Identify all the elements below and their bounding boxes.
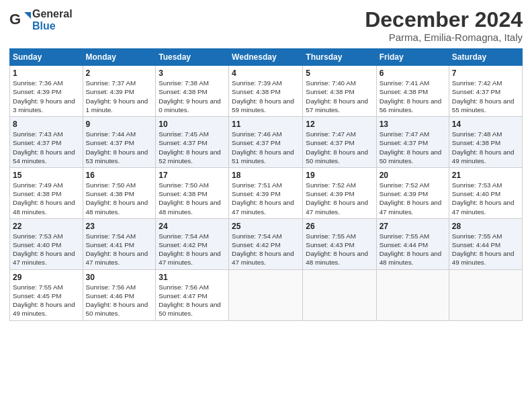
day-number: 18	[232, 171, 300, 180]
daylight-text: Daylight: 8 hours and 47 minutes.	[232, 198, 300, 216]
calendar-cell: 30 Sunrise: 7:56 AM Sunset: 4:46 PM Dayl…	[83, 269, 156, 320]
day-info: Sunrise: 7:47 AM Sunset: 4:37 PM Dayligh…	[380, 130, 446, 165]
calendar-cell: 29 Sunrise: 7:55 AM Sunset: 4:45 PM Dayl…	[10, 269, 83, 320]
calendar-cell: 9 Sunrise: 7:44 AM Sunset: 4:37 PM Dayli…	[83, 117, 156, 168]
day-info: Sunrise: 7:37 AM Sunset: 4:39 PM Dayligh…	[86, 79, 153, 114]
day-info: Sunrise: 7:38 AM Sunset: 4:38 PM Dayligh…	[159, 79, 226, 114]
sunrise-text: Sunrise: 7:54 AM	[159, 232, 226, 240]
sunset-text: Sunset: 4:42 PM	[159, 240, 226, 249]
day-number: 6	[380, 68, 446, 78]
col-monday: Monday	[83, 49, 156, 66]
calendar-row: 8 Sunrise: 7:43 AM Sunset: 4:37 PM Dayli…	[10, 117, 523, 168]
calendar-cell: 3 Sunrise: 7:38 AM Sunset: 4:38 PM Dayli…	[156, 66, 229, 117]
calendar-cell: 13 Sunrise: 7:47 AM Sunset: 4:37 PM Dayl…	[376, 117, 449, 168]
col-tuesday: Tuesday	[156, 49, 229, 66]
sunrise-text: Sunrise: 7:52 AM	[306, 181, 373, 189]
sunrise-text: Sunrise: 7:50 AM	[86, 181, 153, 189]
daylight-text: Daylight: 8 hours and 50 minutes.	[306, 148, 373, 165]
daylight-text: Daylight: 8 hours and 48 minutes.	[86, 198, 153, 216]
sunset-text: Sunset: 4:38 PM	[380, 87, 446, 96]
calendar-cell: 7 Sunrise: 7:42 AM Sunset: 4:37 PM Dayli…	[449, 66, 522, 117]
day-info: Sunrise: 7:44 AM Sunset: 4:37 PM Dayligh…	[86, 130, 153, 165]
sunrise-text: Sunrise: 7:48 AM	[452, 130, 519, 138]
sunrise-text: Sunrise: 7:42 AM	[452, 79, 519, 87]
calendar-cell: 27 Sunrise: 7:55 AM Sunset: 4:44 PM Dayl…	[376, 218, 449, 269]
col-friday: Friday	[376, 49, 449, 66]
day-info: Sunrise: 7:45 AM Sunset: 4:37 PM Dayligh…	[159, 130, 226, 165]
daylight-text: Daylight: 8 hours and 53 minutes.	[86, 148, 153, 165]
calendar-cell	[303, 269, 376, 320]
sunrise-text: Sunrise: 7:53 AM	[452, 181, 519, 189]
calendar-cell: 6 Sunrise: 7:41 AM Sunset: 4:38 PM Dayli…	[376, 66, 449, 117]
sunset-text: Sunset: 4:37 PM	[232, 138, 300, 147]
day-info: Sunrise: 7:54 AM Sunset: 4:41 PM Dayligh…	[86, 232, 153, 267]
day-info: Sunrise: 7:54 AM Sunset: 4:42 PM Dayligh…	[159, 232, 226, 267]
sunset-text: Sunset: 4:44 PM	[380, 240, 446, 249]
sunset-text: Sunset: 4:39 PM	[306, 189, 373, 198]
daylight-text: Daylight: 9 hours and 3 minutes.	[13, 97, 80, 114]
calendar-cell: 5 Sunrise: 7:40 AM Sunset: 4:38 PM Dayli…	[303, 66, 376, 117]
page-title: December 2024	[365, 8, 523, 32]
day-number: 14	[452, 120, 519, 129]
calendar-cell: 14 Sunrise: 7:48 AM Sunset: 4:38 PM Dayl…	[449, 117, 522, 168]
calendar-cell: 26 Sunrise: 7:55 AM Sunset: 4:43 PM Dayl…	[303, 218, 376, 269]
calendar-cell: 8 Sunrise: 7:43 AM Sunset: 4:37 PM Dayli…	[10, 117, 83, 168]
sunrise-text: Sunrise: 7:37 AM	[86, 79, 153, 87]
day-number: 7	[452, 68, 519, 78]
svg-marker-1	[24, 12, 31, 19]
day-number: 27	[380, 222, 446, 231]
day-number: 2	[86, 68, 153, 78]
svg-text:G: G	[9, 11, 21, 28]
sunrise-text: Sunrise: 7:55 AM	[380, 232, 446, 240]
day-info: Sunrise: 7:55 AM Sunset: 4:43 PM Dayligh…	[306, 232, 373, 267]
day-info: Sunrise: 7:53 AM Sunset: 4:40 PM Dayligh…	[13, 232, 80, 267]
calendar-cell: 2 Sunrise: 7:37 AM Sunset: 4:39 PM Dayli…	[83, 66, 156, 117]
col-saturday: Saturday	[449, 49, 522, 66]
calendar-cell: 11 Sunrise: 7:46 AM Sunset: 4:37 PM Dayl…	[229, 117, 303, 168]
day-number: 29	[13, 273, 80, 282]
title-block: December 2024 Parma, Emilia-Romagna, Ita…	[365, 8, 523, 43]
calendar-cell: 12 Sunrise: 7:47 AM Sunset: 4:37 PM Dayl…	[303, 117, 376, 168]
daylight-text: Daylight: 9 hours and 1 minute.	[86, 97, 153, 114]
col-wednesday: Wednesday	[229, 49, 303, 66]
sunset-text: Sunset: 4:40 PM	[13, 240, 80, 249]
sunrise-text: Sunrise: 7:41 AM	[380, 79, 446, 87]
calendar-cell	[229, 269, 303, 320]
day-info: Sunrise: 7:56 AM Sunset: 4:46 PM Dayligh…	[86, 283, 153, 318]
sunrise-text: Sunrise: 7:49 AM	[13, 181, 80, 189]
day-number: 26	[306, 222, 373, 231]
day-number: 28	[452, 222, 519, 231]
daylight-text: Daylight: 8 hours and 50 minutes.	[86, 300, 153, 318]
sunset-text: Sunset: 4:38 PM	[306, 87, 373, 96]
day-number: 23	[86, 222, 153, 231]
day-info: Sunrise: 7:43 AM Sunset: 4:37 PM Dayligh…	[13, 130, 80, 165]
sunrise-text: Sunrise: 7:39 AM	[232, 79, 300, 87]
sunset-text: Sunset: 4:38 PM	[86, 189, 153, 198]
calendar-cell	[376, 269, 449, 320]
day-info: Sunrise: 7:54 AM Sunset: 4:42 PM Dayligh…	[232, 232, 300, 267]
sunset-text: Sunset: 4:45 PM	[13, 291, 80, 300]
sunrise-text: Sunrise: 7:47 AM	[306, 130, 373, 138]
calendar-cell: 18 Sunrise: 7:51 AM Sunset: 4:39 PM Dayl…	[229, 167, 303, 218]
daylight-text: Daylight: 8 hours and 49 minutes.	[452, 249, 519, 267]
day-info: Sunrise: 7:52 AM Sunset: 4:39 PM Dayligh…	[380, 181, 446, 216]
day-number: 24	[159, 222, 226, 231]
daylight-text: Daylight: 8 hours and 49 minutes.	[452, 148, 519, 165]
daylight-text: Daylight: 8 hours and 57 minutes.	[306, 97, 373, 114]
day-info: Sunrise: 7:41 AM Sunset: 4:38 PM Dayligh…	[380, 79, 446, 114]
sunrise-text: Sunrise: 7:36 AM	[13, 79, 80, 87]
day-number: 20	[380, 171, 446, 180]
daylight-text: Daylight: 9 hours and 0 minutes.	[159, 97, 226, 114]
sunset-text: Sunset: 4:37 PM	[306, 138, 373, 147]
daylight-text: Daylight: 8 hours and 47 minutes.	[13, 249, 80, 267]
sunset-text: Sunset: 4:43 PM	[306, 240, 373, 249]
daylight-text: Daylight: 8 hours and 48 minutes.	[159, 198, 226, 216]
daylight-text: Daylight: 8 hours and 47 minutes.	[86, 249, 153, 267]
sunrise-text: Sunrise: 7:54 AM	[232, 232, 300, 240]
day-info: Sunrise: 7:49 AM Sunset: 4:38 PM Dayligh…	[13, 181, 80, 216]
daylight-text: Daylight: 8 hours and 56 minutes.	[380, 97, 446, 114]
sunset-text: Sunset: 4:38 PM	[13, 189, 80, 198]
calendar-cell: 25 Sunrise: 7:54 AM Sunset: 4:42 PM Dayl…	[229, 218, 303, 269]
sunset-text: Sunset: 4:39 PM	[232, 189, 300, 198]
day-number: 17	[159, 171, 226, 180]
